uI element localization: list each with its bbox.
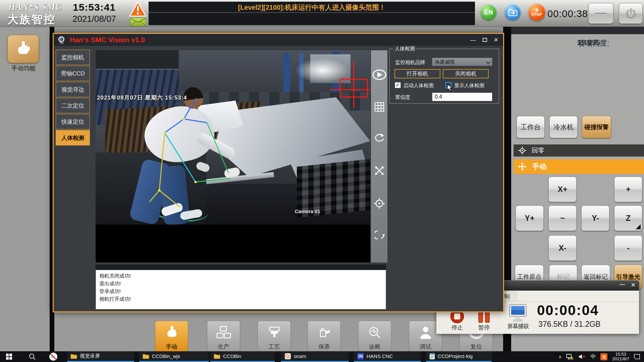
menu-tile-manual[interactable]: 手动: [155, 321, 188, 351]
minimize-system-button[interactable]: [588, 3, 613, 24]
ocam-icon: [284, 353, 291, 360]
brush-icon: [258, 323, 290, 342]
manual-function-button[interactable]: [7, 35, 39, 63]
taskbar-app-ccdbin[interactable]: CCDBin: [210, 351, 275, 362]
log-divider: [96, 264, 386, 270]
boxes-icon: [207, 323, 240, 342]
left-sidebar: [0, 27, 50, 351]
taskbar-app-ccdbin-wjx[interactable]: CCDBin_wjx: [139, 351, 209, 362]
folder-icon: [214, 354, 220, 359]
manual-function-label: 手动功能: [1, 64, 46, 72]
manual-mode-row[interactable]: 手动: [514, 159, 644, 174]
menu-tile-production[interactable]: 生产: [207, 321, 240, 351]
recorder-close-button[interactable]: ✕: [631, 282, 636, 289]
tab-second-positioning[interactable]: 二次定位: [56, 98, 90, 113]
power-icon: [626, 8, 636, 19]
clock-date: 2021/08/07: [66, 14, 123, 24]
jog-y-plus-button[interactable]: Y+: [516, 205, 544, 231]
ime-indicator[interactable]: 中: [590, 353, 596, 360]
jog-plus-button[interactable]: +: [614, 177, 642, 202]
brand-logo-cn: 大族智控: [7, 12, 56, 27]
search-icon: [29, 353, 36, 360]
jog-minus-button[interactable]: -: [614, 235, 642, 261]
capture-blocker-tray-app[interactable]: ✂: [46, 351, 61, 362]
confidence-input[interactable]: [432, 93, 492, 101]
resize-arrows-button[interactable]: [371, 164, 387, 177]
record-pause-label: 暂停: [473, 324, 495, 331]
alarm-warning-icon[interactable]: [129, 2, 147, 17]
rotate-frame-button[interactable]: [371, 228, 387, 242]
hmi-top-strip: [511, 27, 644, 34]
alarm-banner: [Level2][2100]:机床运行中有人进入摄像头范围！: [149, 2, 475, 25]
session-timer: 00:00:38: [547, 8, 588, 19]
tab-fast-positioning[interactable]: 快速定位: [56, 114, 90, 129]
file-export-button[interactable]: [505, 4, 521, 20]
camera-brand-dropdown[interactable]: 海康威视: [432, 58, 492, 66]
alarm-message-row2: [149, 13, 475, 24]
home-zero-label: 回零: [532, 146, 544, 155]
worktable-button[interactable]: 工作台: [517, 116, 545, 138]
enable-detection-checkbox[interactable]: ✓: [395, 82, 401, 88]
tray-expand-icon[interactable]: ∧: [558, 354, 562, 359]
taskbar-app-hans-cnc[interactable]: HANS CNC: [354, 351, 421, 362]
vision-maximize-button[interactable]: [483, 38, 487, 42]
message-icon[interactable]: [130, 18, 146, 26]
language-en-button[interactable]: EN: [481, 4, 496, 20]
log-file-icon: [429, 353, 435, 360]
system-tray: ∧ 中 S 15:53 2021/8/7: [558, 351, 644, 362]
network-status-icon[interactable]: [566, 354, 574, 360]
jog-x-minus-button[interactable]: X-: [548, 235, 577, 261]
panel-title: 人体检测: [393, 46, 417, 52]
rotate-button[interactable]: [371, 131, 387, 144]
record-filesize: 376.5KB / 31.2GB: [538, 320, 600, 329]
close-camera-button[interactable]: 关闭相机: [443, 69, 489, 78]
open-camera-button[interactable]: 打开相机: [394, 69, 440, 78]
target-button[interactable]: [371, 197, 387, 210]
chiller-button[interactable]: 冷水机: [549, 116, 578, 138]
tab-vision-edge[interactable]: 视觉寻边: [56, 82, 90, 97]
search-button[interactable]: [25, 351, 39, 362]
camera-timestamp: 2021年08月07日 星期六 15:53:4: [97, 94, 187, 102]
power-button[interactable]: [619, 3, 643, 24]
mouse-cursor: [447, 84, 453, 92]
emergency-stop-button[interactable]: STOP: [528, 4, 545, 21]
volume-muted-icon[interactable]: [578, 354, 586, 360]
taskbar-app-ocam[interactable]: ocam: [281, 351, 349, 362]
menu-tile-maintenance[interactable]: 保养: [308, 321, 340, 351]
taskbar-app-ccdproject-log[interactable]: CCDProject-log: [426, 351, 492, 362]
jog-speed-button[interactable]: ~: [548, 205, 577, 231]
system-clock: 15:53:41 2021/08/07: [66, 2, 123, 24]
home-zero-row[interactable]: 回零: [514, 144, 644, 157]
tab-monitor-camera[interactable]: 监控相机: [56, 50, 90, 65]
grid-view-button[interactable]: [371, 100, 387, 114]
tab-side-ccd[interactable]: 旁轴CCD: [56, 66, 90, 81]
confidence-label: 置信度: [395, 94, 410, 101]
notification-icon[interactable]: [634, 354, 640, 359]
record-stop-label: 停止: [446, 324, 468, 331]
jog-z-button[interactable]: Z: [614, 205, 642, 231]
enable-detection-label: 启动人体检测: [404, 82, 434, 89]
collision-alarm-button[interactable]: 碰撞报警: [582, 116, 611, 138]
vision-title-bar[interactable]: Han's SMC Vision v1.0 — ✕: [54, 34, 503, 46]
camera-name-label: Camera 01: [295, 208, 320, 214]
taskbar-app-vision-record[interactable]: 视觉录屏: [67, 351, 134, 362]
camera-photo: [96, 50, 370, 225]
folder-icon: [143, 354, 149, 359]
log-line: 登录成功!: [99, 287, 382, 295]
taskbar-clock[interactable]: 15:53 2021/8/7: [612, 352, 629, 361]
vision-close-button[interactable]: ✕: [494, 37, 498, 43]
vision-minimize-button[interactable]: —: [470, 37, 476, 43]
start-button[interactable]: [3, 351, 15, 362]
jog-y-minus-button[interactable]: Y-: [581, 205, 609, 231]
sogou-tray-icon[interactable]: S: [600, 353, 607, 360]
vision-window-title: Han's SMC Vision v1.0: [70, 36, 145, 44]
jog-x-plus-button[interactable]: X+: [548, 177, 577, 202]
tab-human-detection[interactable]: 人体检测: [56, 130, 90, 145]
recorder-minimize-button[interactable]: —: [620, 282, 625, 288]
clock-time: 15:53:41: [66, 2, 123, 13]
play-button[interactable]: [371, 68, 387, 81]
menu-tile-diagnosis[interactable]: 诊断: [359, 321, 391, 351]
screen-capture-label: 屏幕捕获: [502, 322, 534, 330]
menu-tile-process[interactable]: 工艺: [258, 321, 290, 351]
show-detection-label: 显示人体检测: [454, 82, 484, 89]
